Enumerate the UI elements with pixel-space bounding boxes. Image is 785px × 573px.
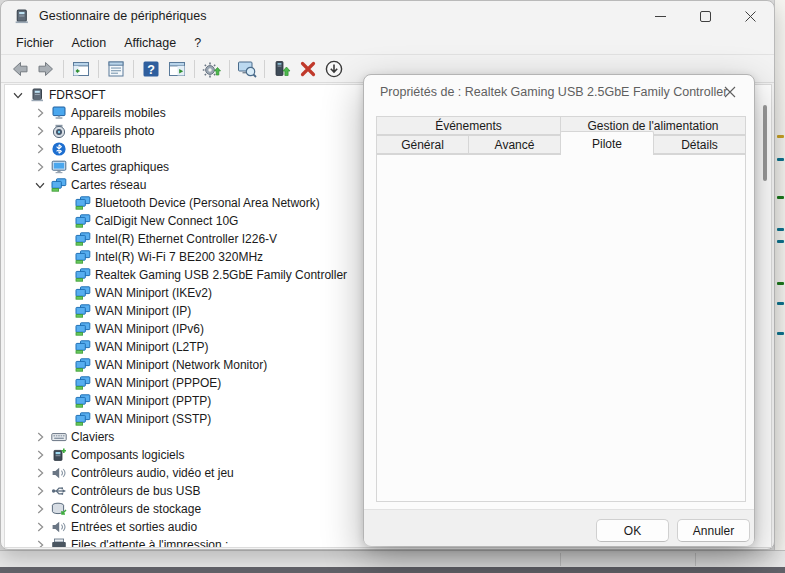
tree-item-label: Appareils mobiles: [71, 106, 166, 120]
uninstall-device-icon[interactable]: [295, 57, 321, 81]
tree-item-label: Bluetooth: [71, 142, 122, 156]
toolbar-separator: [264, 60, 265, 78]
tree-item-label: Entrées et sorties audio: [71, 520, 197, 534]
tree-item-label: Claviers: [71, 430, 114, 444]
tree-item-label: WAN Miniport (IKEv2): [95, 286, 212, 300]
device-manager-app-icon: [13, 9, 30, 24]
menu-fichier[interactable]: Fichier: [7, 33, 63, 53]
toolbar-separator: [63, 60, 64, 78]
action-pane-icon[interactable]: [164, 57, 190, 81]
toolbar-separator: [194, 60, 195, 78]
chevron-right-icon[interactable]: [31, 464, 49, 482]
maximize-button[interactable]: [683, 1, 728, 31]
gear-update-icon[interactable]: [199, 57, 225, 81]
chevron-right-icon[interactable]: [31, 446, 49, 464]
network-adapter-icon: [73, 284, 92, 302]
tab-pilote[interactable]: Pilote: [560, 131, 654, 155]
chevron-right-icon[interactable]: [31, 140, 49, 158]
computer-icon: [27, 86, 46, 104]
scan-hardware-icon[interactable]: [234, 57, 260, 81]
background-dark-strip: [0, 567, 785, 573]
chevron-right-icon[interactable]: [31, 104, 49, 122]
mobile-devices-icon: [49, 104, 68, 122]
network-adapter-icon: [73, 194, 92, 212]
tree-item-label: Intel(R) Wi-Fi 7 BE200 320MHz: [95, 250, 263, 264]
back-icon[interactable]: [7, 57, 33, 81]
chevron-right-icon[interactable]: [31, 122, 49, 140]
console-tree-icon[interactable]: [68, 57, 94, 81]
tree-item-label: Composants logiciels: [71, 448, 184, 462]
tab-details[interactable]: Détails: [653, 135, 746, 154]
tree-item-label: FDRSOFT: [49, 88, 106, 102]
menu-help[interactable]: ?: [185, 33, 210, 53]
tree-item-label: WAN Miniport (IP): [95, 304, 191, 318]
disable-device-icon[interactable]: [321, 57, 347, 81]
cancel-button[interactable]: Annuler: [677, 519, 750, 542]
speaker-icon: [49, 464, 68, 482]
tree-item-label: Intel(R) Ethernet Controller I226-V: [95, 232, 277, 246]
close-button[interactable]: [728, 1, 773, 31]
network-adapter-icon: [73, 374, 92, 392]
network-adapter-icon: [73, 302, 92, 320]
help-icon[interactable]: [138, 57, 164, 81]
network-adapter-icon: [73, 248, 92, 266]
tab-general[interactable]: Général: [376, 135, 469, 154]
bluetooth-icon: [49, 140, 68, 158]
network-adapter-icon: [49, 176, 68, 194]
dialog-title: Propriétés de : Realtek Gaming USB 2.5Gb…: [380, 85, 727, 99]
properties-window-icon[interactable]: [103, 57, 129, 81]
chevron-right-icon[interactable]: [31, 158, 49, 176]
tree-item-label: Cartes réseau: [71, 178, 146, 192]
network-adapter-icon: [73, 410, 92, 428]
tab-evenements[interactable]: Événements: [376, 116, 561, 135]
chevron-right-icon[interactable]: [31, 428, 49, 446]
minimize-button[interactable]: [638, 1, 683, 31]
tree-item-label: WAN Miniport (PPPOE): [95, 376, 221, 390]
network-adapter-icon: [73, 230, 92, 248]
network-adapter-icon: [73, 212, 92, 230]
tree-item-label: WAN Miniport (PPTP): [95, 394, 211, 408]
toolbar-separator: [98, 60, 99, 78]
speaker-icon: [49, 518, 68, 536]
dialog-close-icon[interactable]: [718, 81, 742, 103]
tree-item-label: WAN Miniport (IPv6): [95, 322, 204, 336]
printer-icon: [49, 536, 68, 548]
tree-scrollbar[interactable]: [763, 105, 767, 181]
chevron-down-icon[interactable]: [31, 176, 49, 194]
toolbar-separator: [133, 60, 134, 78]
tree-item-label: CalDigit New Connect 10G: [95, 214, 238, 228]
tab-page-pilote: [376, 154, 746, 502]
chevron-right-icon[interactable]: [31, 500, 49, 518]
network-adapter-icon: [73, 320, 92, 338]
usb-icon: [49, 482, 68, 500]
menu-action[interactable]: Action: [63, 33, 116, 53]
tree-item-label: WAN Miniport (L2TP): [95, 340, 209, 354]
chevron-right-icon[interactable]: [31, 536, 49, 548]
toolbar-separator: [229, 60, 230, 78]
window-title: Gestionnaire de périphériques: [39, 9, 206, 23]
keyboard-icon: [49, 428, 68, 446]
menu-bar: Fichier Action Affichage ?: [1, 31, 774, 55]
tree-item-label: Contrôleurs audio, vidéo et jeu: [71, 466, 234, 480]
chevron-right-icon[interactable]: [31, 518, 49, 536]
menu-affichage[interactable]: Affichage: [115, 33, 185, 53]
chevron-right-icon[interactable]: [31, 482, 49, 500]
tree-item-label: Contrôleurs de stockage: [71, 502, 201, 516]
network-adapter-icon: [73, 356, 92, 374]
tree-item-label: Contrôleurs de bus USB: [71, 484, 200, 498]
network-adapter-icon: [73, 338, 92, 356]
tree-item-label: Bluetooth Device (Personal Area Network): [95, 196, 320, 210]
tab-avance[interactable]: Avancé: [468, 135, 561, 154]
forward-icon[interactable]: [33, 57, 59, 81]
network-adapter-icon: [73, 392, 92, 410]
background-window-strip: [774, 0, 785, 573]
display-adapter-icon: [49, 158, 68, 176]
tree-item-label: Realtek Gaming USB 2.5GbE Family Control…: [95, 268, 347, 282]
background-taskbar-band: [0, 550, 785, 568]
screen: Gestionnaire de périphériques Fichier Ac…: [0, 0, 785, 573]
ok-button[interactable]: OK: [596, 519, 669, 542]
network-adapter-icon: [73, 266, 92, 284]
update-driver-icon[interactable]: [269, 57, 295, 81]
chevron-down-icon[interactable]: [9, 86, 27, 104]
tree-item-label: WAN Miniport (SSTP): [95, 412, 211, 426]
